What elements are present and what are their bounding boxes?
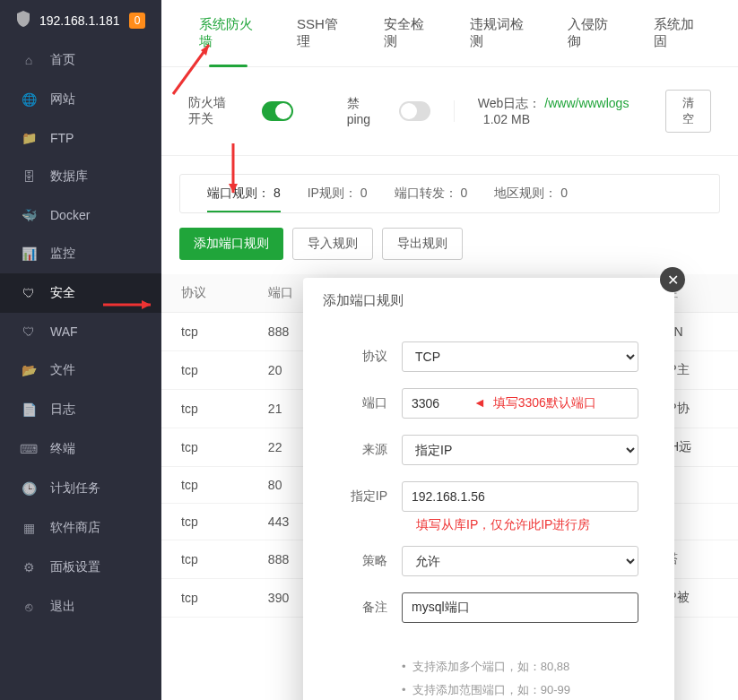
- cell: tcp: [161, 504, 248, 540]
- sidebar-item-2[interactable]: 📁FTP: [0, 119, 161, 157]
- shield-icon: [16, 11, 30, 30]
- subtab-2[interactable]: 端口转发： 0: [395, 186, 468, 202]
- nav-icon: 🕒: [20, 481, 38, 496]
- cell: tcp: [161, 467, 248, 504]
- cell: tcp: [161, 540, 248, 579]
- port-input[interactable]: [402, 388, 638, 419]
- export-rules-button[interactable]: 导出规则: [382, 228, 463, 260]
- rule-actions: 添加端口规则 导入规则 导出规则: [161, 213, 738, 274]
- protocol-label: 协议: [339, 349, 402, 365]
- tab-1[interactable]: SSH管理: [277, 0, 364, 66]
- modal-title: 添加端口规则: [303, 278, 674, 324]
- cell: tcp: [161, 428, 248, 467]
- sidebar-item-12[interactable]: ▦软件商店: [0, 508, 161, 548]
- note-input[interactable]: [402, 592, 638, 623]
- ip-input[interactable]: [402, 481, 638, 512]
- add-port-rule-modal: ✕ 添加端口规则 协议 TCP 端口 ◄ 填写3306默认端口 来源 指定IP …: [303, 278, 674, 700]
- sidebar-item-label: 退出: [50, 599, 75, 615]
- cell: tcp: [161, 579, 248, 618]
- close-icon[interactable]: ✕: [660, 267, 685, 292]
- nav-icon: ⚙: [20, 560, 38, 575]
- nav-icon: 📁: [20, 131, 38, 145]
- source-label: 来源: [339, 442, 402, 458]
- col-header: 协议: [161, 274, 248, 313]
- sidebar-item-7[interactable]: 🛡WAF: [0, 313, 161, 350]
- tab-0[interactable]: 系统防火墙: [179, 0, 277, 66]
- ping-label: 禁ping: [347, 96, 376, 126]
- nav-icon: 🛡: [20, 324, 38, 339]
- cell: tcp: [161, 313, 248, 351]
- cell: tcp: [161, 390, 248, 428]
- sidebar-item-1[interactable]: 🌐网站: [0, 80, 161, 119]
- firewall-toggle[interactable]: [262, 101, 293, 121]
- nav-icon: ⎋: [20, 600, 38, 614]
- nav-icon: ⌂: [20, 53, 38, 67]
- notification-count[interactable]: 0: [129, 13, 145, 29]
- firewall-switch-label: 防火墙开关: [188, 95, 239, 127]
- policy-select[interactable]: 允许: [402, 546, 638, 576]
- clear-log-button[interactable]: 清空: [665, 90, 711, 133]
- subtab-0[interactable]: 端口规则： 8: [207, 186, 281, 212]
- sidebar-item-3[interactable]: 🗄数据库: [0, 157, 161, 196]
- nav-icon: ⌨: [20, 442, 38, 456]
- note-label: 备注: [339, 600, 402, 616]
- sidebar-item-0[interactable]: ⌂首页: [0, 40, 161, 80]
- sidebar-item-label: Docker: [50, 208, 90, 222]
- hint-text: • 支持添加多个端口，如：80,88: [402, 655, 638, 678]
- sidebar-item-6[interactable]: 🛡安全: [0, 273, 161, 313]
- policy-label: 策略: [339, 553, 402, 569]
- sidebar-item-label: 终端: [50, 441, 75, 457]
- tab-4[interactable]: 入侵防御: [548, 0, 634, 66]
- nav-icon: ▦: [20, 521, 38, 535]
- nav-icon: 🛡: [20, 286, 38, 300]
- nav-icon: 🐳: [20, 208, 38, 222]
- sidebar-item-label: 软件商店: [50, 520, 100, 536]
- cell: tcp: [161, 351, 248, 390]
- sidebar-item-14[interactable]: ⎋退出: [0, 587, 161, 627]
- sidebar-item-label: 安全: [50, 285, 75, 301]
- toolbar: 防火墙开关 禁ping Web日志： /www/wwwlogs 1.02 MB …: [161, 67, 738, 156]
- sidebar-item-label: 数据库: [50, 169, 88, 185]
- sidebar-item-label: 计划任务: [50, 480, 100, 497]
- nav-icon: 📂: [20, 363, 38, 377]
- sidebar-item-9[interactable]: 📄日志: [0, 390, 161, 429]
- sidebar-item-8[interactable]: 📂文件: [0, 350, 161, 390]
- nav-icon: 📄: [20, 402, 38, 417]
- weblog-path-link[interactable]: /www/wwwlogs: [544, 96, 629, 110]
- sidebar-item-label: 网站: [50, 91, 75, 108]
- subtab-3[interactable]: 地区规则： 0: [494, 186, 568, 202]
- sidebar-item-13[interactable]: ⚙面板设置: [0, 548, 161, 587]
- sidebar-item-label: 日志: [50, 402, 75, 418]
- sidebar-item-10[interactable]: ⌨终端: [0, 429, 161, 469]
- hint-text: • 支持添加范围端口，如：90-99: [402, 678, 638, 700]
- weblog-size: 1.02 MB: [483, 112, 530, 126]
- top-tabs: 系统防火墙SSH管理安全检测违规词检测入侵防御系统加固: [161, 0, 738, 67]
- sidebar-item-label: 面板设置: [50, 559, 100, 575]
- tab-5[interactable]: 系统加固: [634, 0, 720, 66]
- nav-icon: 🗄: [20, 169, 38, 184]
- sidebar-item-11[interactable]: 🕒计划任务: [0, 469, 161, 508]
- sidebar-item-4[interactable]: 🐳Docker: [0, 196, 161, 234]
- rule-subtabs: 端口规则： 8IP规则： 0端口转发： 0地区规则： 0: [179, 174, 720, 213]
- sidebar: 192.168.1.181 0 ⌂首页🌐网站📁FTP🗄数据库🐳Docker📊监控…: [0, 0, 161, 700]
- protocol-select[interactable]: TCP: [402, 341, 638, 372]
- tab-3[interactable]: 违规词检测: [450, 0, 548, 66]
- ip-label: 指定IP: [339, 488, 402, 505]
- weblog-label: Web日志：: [478, 96, 542, 110]
- sidebar-item-label: 监控: [50, 246, 75, 262]
- sidebar-item-label: 首页: [50, 52, 75, 68]
- annotation-text: 填写从库IP，仅允许此IP进行房: [416, 517, 638, 533]
- sidebar-header: 192.168.1.181 0: [0, 0, 161, 40]
- nav-icon: 🌐: [20, 92, 38, 107]
- add-port-rule-button[interactable]: 添加端口规则: [179, 228, 283, 260]
- sidebar-item-label: 文件: [50, 362, 75, 378]
- nav-icon: 📊: [20, 246, 38, 261]
- server-ip: 192.168.1.181: [39, 13, 120, 28]
- sidebar-item-5[interactable]: 📊监控: [0, 234, 161, 273]
- import-rules-button[interactable]: 导入规则: [292, 228, 373, 260]
- source-select[interactable]: 指定IP: [402, 435, 638, 465]
- sidebar-item-label: WAF: [50, 324, 78, 339]
- subtab-1[interactable]: IP规则： 0: [308, 186, 368, 202]
- ping-toggle[interactable]: [399, 101, 430, 121]
- tab-2[interactable]: 安全检测: [364, 0, 450, 66]
